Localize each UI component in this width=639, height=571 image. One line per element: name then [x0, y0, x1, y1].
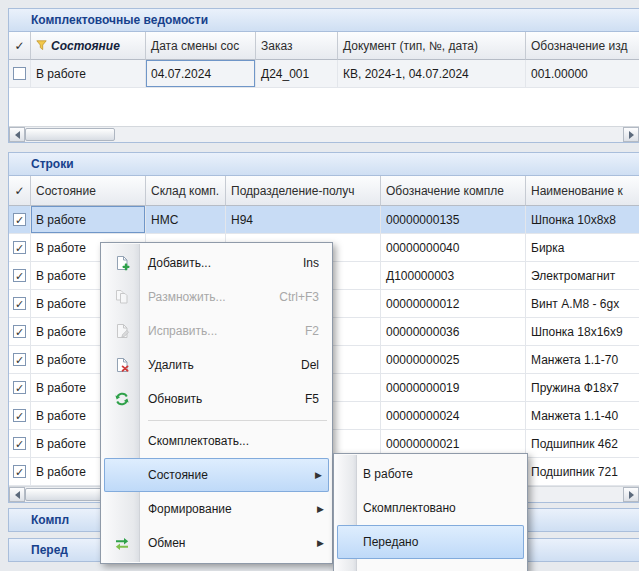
menu-separator — [148, 416, 327, 424]
column-header-check[interactable]: ✓ — [9, 176, 31, 206]
column-header-state[interactable]: Состояние — [31, 176, 146, 206]
app-window: Комплектовочные ведомости ✓ Состояние Да… — [0, 0, 639, 571]
menu-item-formation[interactable]: Формирование ▶ — [102, 492, 331, 526]
cell-checkbox: ✓ — [9, 346, 31, 374]
row-checkbox-checked[interactable]: ✓ — [13, 213, 26, 226]
cell-checkbox: ✓ — [9, 290, 31, 318]
scroll-left-icon — [11, 491, 20, 499]
row-checkbox-checked[interactable]: ✓ — [13, 465, 26, 478]
grid-empty-area — [9, 88, 639, 126]
submenu-item-assembled[interactable]: Скомплектовано — [335, 491, 526, 525]
scroll-left-button[interactable] — [9, 127, 25, 142]
horizontal-scrollbar[interactable] — [9, 126, 639, 142]
cell-name[interactable]: Шпонка 18х16х9 — [526, 318, 639, 346]
row-checkbox-checked[interactable]: ✓ — [13, 241, 26, 254]
column-header-check[interactable]: ✓ — [9, 32, 31, 60]
table-row-selected[interactable]: ✓ В работе НМС Н94 00000000135 Шпонка 10… — [9, 206, 639, 234]
cell-name[interactable]: Подшипник 462 — [526, 430, 639, 458]
menu-item-edit[interactable]: Исправить... F2 — [102, 314, 331, 348]
column-header-department[interactable]: Подразделение-получ — [226, 176, 381, 206]
menu-item-label: Исправить... — [148, 324, 217, 338]
column-header-designation[interactable]: Обозначение изд — [526, 32, 639, 60]
cell-designation[interactable]: 00000000025 — [381, 346, 526, 374]
cell-designation[interactable]: Д100000003 — [381, 262, 526, 290]
menu-item-label: Формирование — [148, 502, 232, 516]
scroll-thumb[interactable] — [25, 128, 115, 141]
panel-header-stroki[interactable]: Строки — [9, 153, 639, 176]
column-header-designation[interactable]: Обозначение компле — [381, 176, 526, 206]
scroll-left-icon — [11, 131, 20, 139]
cell-name[interactable]: Винт А.М8 - 6gх — [526, 290, 639, 318]
cell-name[interactable]: Подшипник 721 — [526, 458, 639, 486]
menu-item-duplicate[interactable]: Размножить... Ctrl+F3 — [102, 280, 331, 314]
column-header-state[interactable]: Состояние — [31, 32, 146, 60]
cell-designation[interactable]: 00000000019 — [381, 374, 526, 402]
cell-state[interactable]: В работе — [31, 60, 146, 88]
panel-title: Строки — [31, 157, 74, 171]
submenu-item-in-work[interactable]: В работе — [335, 457, 526, 491]
menu-item-label: Добавить... — [148, 256, 211, 270]
cell-designation[interactable]: 001.00000 — [526, 60, 639, 88]
scroll-left-button[interactable] — [9, 487, 25, 502]
row-checkbox[interactable] — [13, 67, 26, 80]
row-checkbox-checked[interactable]: ✓ — [13, 353, 26, 366]
add-document-icon — [113, 254, 131, 272]
cell-name[interactable]: Бирка — [526, 234, 639, 262]
cell-department[interactable]: Н94 — [226, 206, 381, 234]
column-header-warehouse[interactable]: Склад комп. — [146, 176, 226, 206]
scroll-right-button[interactable] — [623, 487, 639, 502]
grid-header-row: ✓ Состояние Дата смены сос Заказ Докумен… — [9, 32, 639, 60]
row-checkbox-checked[interactable]: ✓ — [13, 269, 26, 282]
submenu-item-transferred[interactable]: Передано — [337, 525, 524, 559]
cell-warehouse[interactable]: НМС — [146, 206, 226, 234]
cell-designation[interactable]: 00000000036 — [381, 318, 526, 346]
cell-checkbox: ✓ — [9, 318, 31, 346]
menu-item-refresh[interactable]: Обновить F5 — [102, 382, 331, 416]
menu-item-label: Скомплектовано — [363, 501, 456, 515]
submenu-arrow-icon: ▶ — [317, 504, 324, 514]
cell-order[interactable]: Д24_001 — [256, 60, 338, 88]
column-header-document[interactable]: Документ (тип, №, дата) — [338, 32, 526, 60]
scroll-right-button[interactable] — [623, 127, 639, 142]
cell-checkbox: ✓ — [9, 430, 31, 458]
scroll-right-icon — [629, 491, 638, 499]
menu-item-shortcut: F2 — [285, 324, 319, 338]
menu-item-label: В работе — [363, 467, 413, 481]
column-header-order[interactable]: Заказ — [256, 32, 338, 60]
table-row[interactable]: В работе 04.07.2024 Д24_001 КВ, 2024-1, … — [9, 60, 639, 88]
cell-designation[interactable]: 00000000024 — [381, 402, 526, 430]
cell-name[interactable]: Шпонка 10х8х8 — [526, 206, 639, 234]
cell-designation[interactable]: 00000000012 — [381, 290, 526, 318]
menu-item-delete[interactable]: Удалить Del — [102, 348, 331, 382]
row-checkbox-checked[interactable]: ✓ — [13, 325, 26, 338]
filter-icon[interactable] — [36, 40, 47, 51]
menu-item-assemble[interactable]: Скомплектовать... — [102, 424, 331, 458]
menu-item-state[interactable]: Состояние ▶ — [104, 458, 329, 492]
menu-item-label: Передано — [363, 535, 418, 549]
cell-name[interactable]: Пружина Ф18х7 — [526, 374, 639, 402]
row-checkbox-checked[interactable]: ✓ — [13, 381, 26, 394]
exchange-icon — [113, 534, 131, 552]
row-checkbox-checked[interactable]: ✓ — [13, 437, 26, 450]
cell-checkbox: ✓ — [9, 234, 31, 262]
cell-name[interactable]: Манжета 1.1-70 — [526, 346, 639, 374]
panel-title: Комплектовочные ведомости — [31, 13, 208, 27]
row-checkbox-checked[interactable]: ✓ — [13, 297, 26, 310]
column-header-date[interactable]: Дата смены сос — [146, 32, 256, 60]
menu-item-label: Удалить — [148, 358, 194, 372]
cell-date-focused[interactable]: 04.07.2024 — [146, 60, 256, 88]
column-header-name[interactable]: Наименование к — [526, 176, 639, 206]
submenu-arrow-icon: ▶ — [315, 470, 322, 480]
cell-name[interactable]: Электромагнит — [526, 262, 639, 290]
row-checkbox-checked[interactable]: ✓ — [13, 409, 26, 422]
cell-name[interactable]: Манжета 1.1-40 — [526, 402, 639, 430]
cell-document[interactable]: КВ, 2024-1, 04.07.2024 — [338, 60, 526, 88]
cell-designation[interactable]: 00000000135 — [381, 206, 526, 234]
cell-state-focused[interactable]: В работе — [31, 206, 146, 234]
menu-item-label: Обмен — [148, 536, 186, 550]
cell-designation[interactable]: 00000000040 — [381, 234, 526, 262]
scroll-right-icon — [629, 131, 638, 139]
menu-item-add[interactable]: Добавить... Ins — [102, 246, 331, 280]
menu-item-exchange[interactable]: Обмен ▶ — [102, 526, 331, 560]
panel-header-vedomosti[interactable]: Комплектовочные ведомости — [9, 9, 639, 32]
